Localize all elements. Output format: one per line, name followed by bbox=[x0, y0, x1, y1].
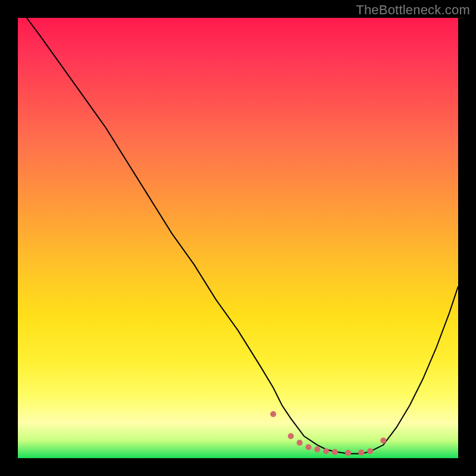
highlight-markers bbox=[270, 411, 386, 456]
marker-dot bbox=[358, 449, 364, 455]
watermark-text: TheBottleneck.com bbox=[356, 2, 470, 18]
marker-dot bbox=[297, 440, 303, 446]
marker-dot bbox=[323, 448, 329, 454]
plot-area bbox=[18, 18, 458, 458]
marker-dot bbox=[332, 449, 338, 455]
marker-dot bbox=[314, 446, 320, 452]
marker-dot bbox=[270, 411, 276, 417]
marker-dot bbox=[367, 448, 373, 454]
chart-svg bbox=[18, 18, 458, 458]
marker-dot bbox=[288, 433, 294, 439]
marker-dot bbox=[380, 437, 386, 443]
marker-dot bbox=[305, 444, 311, 450]
marker-dot bbox=[345, 450, 351, 456]
curve-line bbox=[27, 18, 458, 454]
chart-container: TheBottleneck.com bbox=[0, 0, 476, 476]
